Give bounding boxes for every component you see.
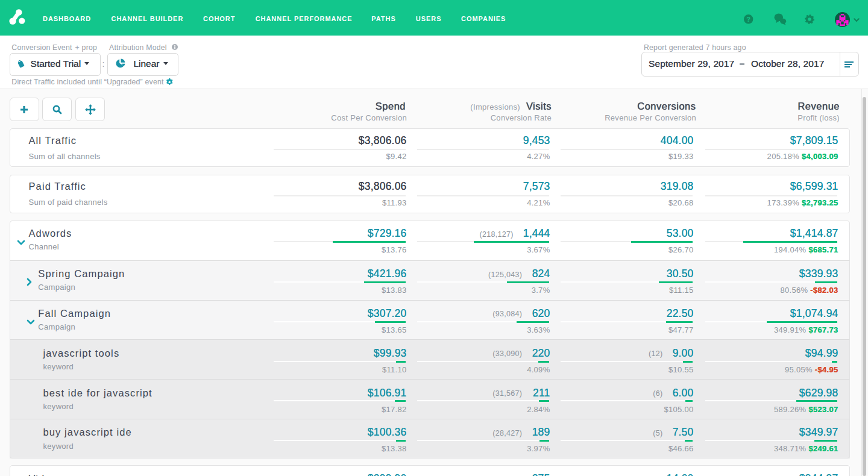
svg-text:?: ? [747, 16, 751, 23]
